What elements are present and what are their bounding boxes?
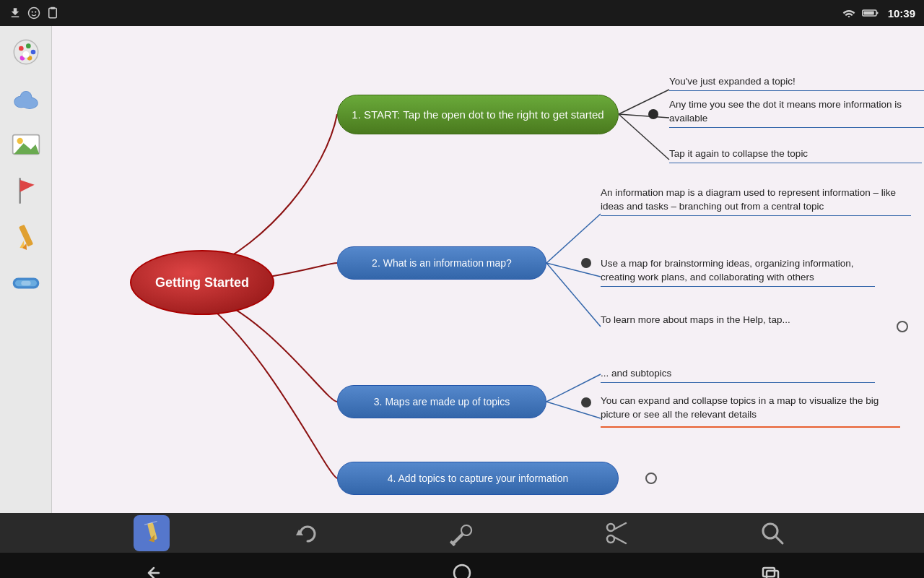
palette-icon [12, 38, 40, 66]
home-button[interactable] [440, 555, 484, 579]
wrench-icon [449, 520, 475, 546]
sidebar-flag[interactable] [7, 172, 45, 210]
svg-line-42 [546, 263, 601, 327]
info-2: Use a map for brainstorming ideas, organ… [601, 257, 875, 287]
svg-rect-3 [49, 8, 57, 18]
expand-dot-2[interactable] [897, 321, 908, 332]
scissors-icon [604, 520, 630, 546]
topic-4-dot[interactable] [645, 473, 657, 484]
topic-3-dot [581, 397, 591, 407]
info-3: To learn more about maps in the Help, ta… [601, 314, 875, 327]
svg-rect-26 [18, 225, 32, 247]
pencil-tool-icon [139, 521, 164, 545]
svg-line-44 [546, 402, 601, 418]
pencil-tool-button[interactable] [134, 515, 170, 551]
svg-rect-4 [51, 7, 55, 9]
recent-button[interactable] [749, 555, 792, 579]
back-icon [143, 562, 165, 579]
sidebar-link[interactable] [7, 264, 45, 302]
callout-1: You've just expanded a topic! [669, 75, 924, 91]
svg-marker-25 [19, 180, 34, 192]
svg-point-20 [20, 92, 31, 103]
svg-point-2 [35, 11, 36, 12]
tools-button[interactable] [444, 515, 480, 551]
svg-point-22 [17, 138, 22, 144]
svg-point-10 [26, 43, 31, 48]
sidebar [0, 26, 52, 513]
back-button[interactable] [132, 555, 175, 579]
info-1: An information map is a diagram used to … [601, 186, 911, 216]
recent-icon [759, 562, 781, 579]
svg-point-1 [32, 11, 33, 12]
status-bar: 10:39 [0, 0, 924, 26]
time-display: 10:39 [888, 7, 915, 20]
svg-point-56 [454, 565, 470, 579]
svg-point-11 [30, 50, 35, 55]
search-button[interactable] [754, 515, 790, 551]
svg-rect-57 [763, 568, 775, 577]
topic-2-dot [581, 258, 591, 268]
smiley-icon [27, 7, 40, 20]
wifi-icon [842, 7, 856, 19]
topic-1-dot [648, 109, 658, 119]
svg-rect-7 [863, 12, 873, 15]
svg-line-38 [619, 114, 669, 118]
svg-line-43 [546, 374, 601, 402]
cut-button[interactable] [599, 515, 635, 551]
topic-4[interactable]: 4. Add topics to capture your informatio… [337, 462, 619, 495]
info-5: You can expand and collapse topics in a … [601, 394, 900, 428]
callout-2: Any time you see the dot it means more i… [669, 98, 924, 128]
clipboard-icon [46, 7, 59, 20]
svg-rect-6 [876, 12, 878, 14]
download-icon [9, 7, 22, 20]
canvas-area[interactable]: Getting Started 1. START: Tap the open d… [52, 26, 924, 513]
info-4: ... and subtopics [601, 367, 875, 383]
svg-point-0 [29, 8, 40, 19]
notification-icons [9, 7, 59, 20]
svg-line-39 [619, 114, 669, 160]
search-icon [759, 520, 785, 546]
svg-line-52 [614, 523, 626, 530]
sidebar-pencil[interactable] [7, 218, 45, 256]
svg-line-40 [546, 214, 601, 263]
topic-2[interactable]: 2. What is an information map? [337, 246, 546, 280]
image-icon [12, 130, 40, 159]
undo-button[interactable] [289, 515, 325, 551]
pencil-icon [12, 223, 40, 251]
undo-icon [293, 519, 321, 547]
link-icon [12, 269, 40, 298]
svg-line-53 [614, 537, 626, 543]
svg-point-9 [19, 46, 24, 51]
svg-line-37 [619, 90, 669, 114]
bottom-toolbar [0, 513, 924, 553]
topic-1[interactable]: 1. START: Tap the open dot to the right … [337, 95, 619, 134]
battery-icon [862, 8, 879, 18]
central-node[interactable]: Getting Started [130, 250, 274, 315]
system-icons: 10:39 [842, 7, 915, 20]
svg-rect-31 [21, 281, 30, 286]
cloud-icon [12, 84, 40, 113]
nav-bar [0, 553, 924, 578]
main-area: Getting Started 1. START: Tap the open d… [0, 26, 924, 513]
topic-3[interactable]: 3. Maps are made up of topics [337, 385, 546, 418]
callout-3: Tap it again to collapse the topic [669, 147, 922, 163]
home-icon [451, 562, 473, 579]
sidebar-cloud[interactable] [7, 79, 45, 117]
svg-line-41 [546, 263, 601, 277]
svg-line-55 [775, 536, 783, 543]
flag-icon [12, 176, 40, 205]
sidebar-image[interactable] [7, 126, 45, 163]
sidebar-palette[interactable] [7, 33, 45, 71]
sidebar-export[interactable] [7, 311, 45, 348]
svg-point-14 [22, 51, 30, 58]
